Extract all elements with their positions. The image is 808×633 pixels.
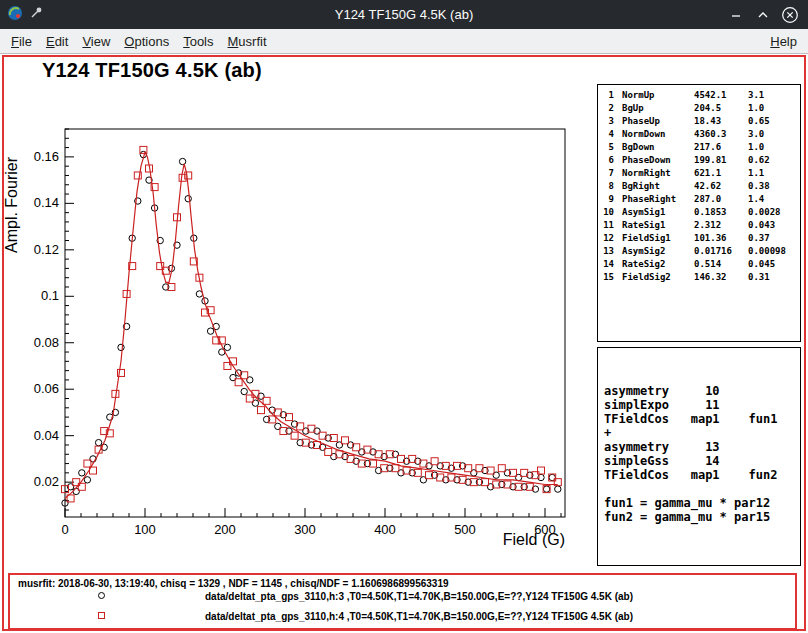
- param-name: FieldSig2: [622, 271, 694, 284]
- param-row: 15FieldSig2146.320.31: [598, 271, 800, 284]
- param-val: 42.62: [694, 180, 748, 193]
- legend-row: data/deltat_pta_gps_3110,h:4 ,T0=4.50K,T…: [10, 611, 795, 625]
- svg-text:0.1: 0.1: [41, 288, 59, 303]
- param-err: 0.62: [748, 154, 770, 167]
- param-row: 12FieldSig1101.360.37: [598, 232, 800, 245]
- y-axis-title: Ampl. Fourier: [3, 156, 20, 253]
- menu-item-musrfit[interactable]: Musrfit: [221, 31, 274, 52]
- theory-line: asymmetry 10: [604, 384, 800, 398]
- theory-box-lines: asymmetry 10simplExpo 11TFieldCos map1 f…: [604, 384, 800, 524]
- theory-box[interactable]: asymmetry 10simplExpo 11TFieldCos map1 f…: [597, 347, 801, 566]
- param-val: 101.36: [694, 232, 748, 245]
- param-idx: 15: [598, 271, 614, 284]
- param-name: FieldSig1: [622, 232, 694, 245]
- param-val: 204.5: [694, 102, 748, 115]
- param-name: NormUp: [622, 89, 694, 102]
- param-name: BgRight: [622, 180, 694, 193]
- pin-icon[interactable]: [29, 6, 43, 24]
- param-err: 0.043: [748, 219, 775, 232]
- legend-pad[interactable]: musrfit: 2018-06-30, 13:19:40, chisq = 1…: [8, 573, 797, 630]
- param-val: 0.01716: [694, 245, 748, 258]
- legend-marker-circle: [98, 592, 105, 599]
- param-err: 1.0: [748, 141, 764, 154]
- legend-label: data/deltat_pta_gps_3110,h:4 ,T0=4.50K,T…: [205, 611, 633, 622]
- param-row: 6PhaseDown199.810.62: [598, 154, 800, 167]
- param-err: 3.1: [748, 89, 764, 102]
- param-idx: 12: [598, 232, 614, 245]
- param-idx: 11: [598, 219, 614, 232]
- param-row: 2BgUp204.51.0: [598, 102, 800, 115]
- svg-text:0.12: 0.12: [34, 242, 59, 257]
- series-circle: [62, 151, 561, 506]
- menu-item-file[interactable]: File: [4, 31, 39, 52]
- param-name: AsymSig2: [622, 245, 694, 258]
- param-idx: 13: [598, 245, 614, 258]
- param-val: 0.1853: [694, 206, 748, 219]
- param-err: 1.0: [748, 102, 764, 115]
- svg-text:0.02: 0.02: [34, 474, 59, 489]
- param-row: 1NormUp4542.13.1: [598, 89, 800, 102]
- root-canvas[interactable]: Y124 TF150G 4.5K (ab) 010020030040050060…: [0, 54, 808, 633]
- param-val: 287.0: [694, 193, 748, 206]
- svg-text:0: 0: [61, 522, 68, 537]
- close-circle-icon: [781, 6, 799, 24]
- svg-text:100: 100: [134, 522, 156, 537]
- menu-item-view[interactable]: View: [75, 31, 117, 52]
- param-idx: 7: [598, 167, 614, 180]
- svg-text:300: 300: [294, 522, 316, 537]
- param-stat-box[interactable]: 1NormUp4542.13.12BgUp204.51.03PhaseUp18.…: [597, 84, 801, 342]
- legend-label: data/deltat_pta_gps_3110,h:3 ,T0=4.50K,T…: [205, 591, 633, 602]
- theory-line: TFieldCos map1 fun2: [604, 468, 800, 482]
- param-val: 18.43: [694, 115, 748, 128]
- param-idx: 8: [598, 180, 614, 193]
- param-err: 0.65: [748, 115, 770, 128]
- minimize-button[interactable]: [727, 6, 745, 24]
- titlebar[interactable]: Y124 TF150G 4.5K (ab): [0, 0, 808, 29]
- param-err: 0.0028: [748, 206, 781, 219]
- param-row: 5BgDown217.61.0: [598, 141, 800, 154]
- menu-item-tools[interactable]: Tools: [176, 31, 220, 52]
- param-idx: 2: [598, 102, 614, 115]
- maximize-icon: [754, 6, 772, 24]
- param-err: 1.1: [748, 167, 764, 180]
- param-err: 0.37: [748, 232, 770, 245]
- param-name: NormDown: [622, 128, 694, 141]
- titlebar-controls: [727, 6, 808, 24]
- theory-line: asymmetry 13: [604, 440, 800, 454]
- param-row: 11RateSig12.3120.043: [598, 219, 800, 232]
- param-row: 10AsymSig10.18530.0028: [598, 206, 800, 219]
- menu-item-options[interactable]: Options: [117, 31, 176, 52]
- param-row: 3PhaseUp18.430.65: [598, 115, 800, 128]
- menu-item-help[interactable]: Help: [763, 31, 804, 52]
- param-val: 4542.1: [694, 89, 748, 102]
- param-val: 146.32: [694, 271, 748, 284]
- svg-text:400: 400: [374, 522, 396, 537]
- param-idx: 9: [598, 193, 614, 206]
- param-row: 13AsymSig20.017160.00098: [598, 245, 800, 258]
- param-err: 0.045: [748, 258, 775, 271]
- param-name: RateSig2: [622, 258, 694, 271]
- param-idx: 10: [598, 206, 614, 219]
- plot-frame: [65, 129, 565, 517]
- svg-text:200: 200: [214, 522, 236, 537]
- close-button[interactable]: [781, 6, 799, 24]
- param-name: PhaseRight: [622, 193, 694, 206]
- param-val: 621.1: [694, 167, 748, 180]
- param-val: 199.81: [694, 154, 748, 167]
- param-idx: 1: [598, 89, 614, 102]
- svg-text:500: 500: [454, 522, 476, 537]
- param-name: PhaseDown: [622, 154, 694, 167]
- param-idx: 4: [598, 128, 614, 141]
- svg-text:0.06: 0.06: [34, 381, 59, 396]
- maximize-button[interactable]: [754, 6, 772, 24]
- plot-svg[interactable]: 01002003004005006000.020.040.060.080.10.…: [0, 87, 600, 565]
- theory-line: simpleGss 14: [604, 454, 800, 468]
- theory-line: TFieldCos map1 fun1: [604, 412, 800, 426]
- menu-item-edit[interactable]: Edit: [39, 31, 75, 52]
- svg-text:0.16: 0.16: [34, 149, 59, 164]
- param-name: AsymSig1: [622, 206, 694, 219]
- param-name: BgUp: [622, 102, 694, 115]
- param-val: 0.514: [694, 258, 748, 271]
- fit-status-line: musrfit: 2018-06-30, 13:19:40, chisq = 1…: [18, 578, 449, 589]
- param-val: 2.312: [694, 219, 748, 232]
